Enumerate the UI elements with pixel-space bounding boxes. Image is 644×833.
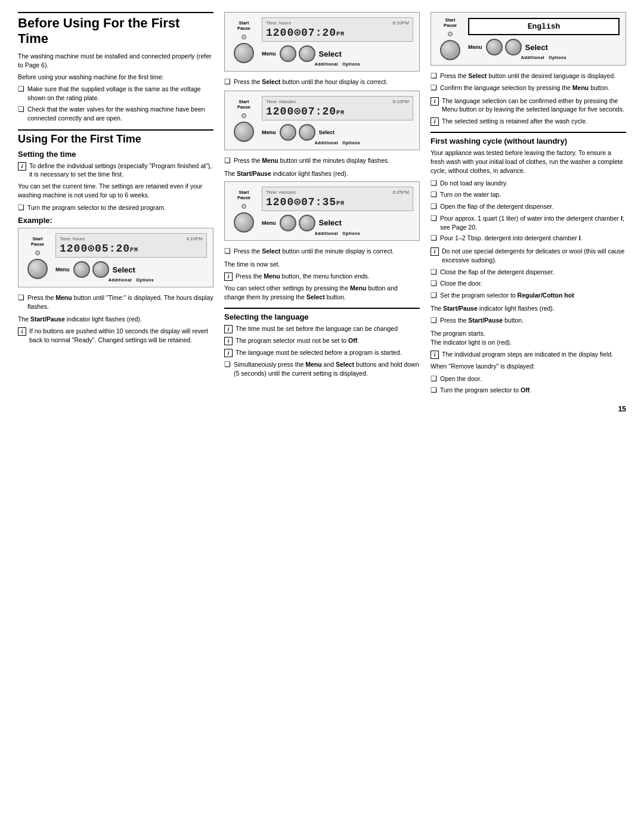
- list-item: Press the Select button until the hour d…: [224, 78, 420, 87]
- panel-buttons-group-4: [280, 215, 315, 231]
- checklist-end: Open the door. Turn the program selector…: [431, 374, 626, 396]
- list-item: Turn on the water tap.: [431, 190, 626, 200]
- start-pause-label-4: StartPause: [237, 190, 250, 200]
- list-item: Open the door.: [431, 374, 626, 384]
- display-main-2: 1200⊙07:20PM: [266, 26, 409, 39]
- menu-button-2: [280, 45, 296, 62]
- checklist-menu-minutes: Press the Menu button until the minutes …: [224, 156, 420, 166]
- info-icon-right-1: i: [431, 97, 439, 106]
- info-box-right-2: i The selected setting is retained after…: [431, 117, 626, 126]
- panel-buttons-group-3: [280, 124, 315, 141]
- panel-left-2: StartPause: [231, 20, 257, 63]
- big-button-3: [234, 122, 254, 142]
- display-pm-4: PM: [336, 200, 345, 207]
- menu-label-3: Menu: [262, 129, 276, 135]
- panel-buttons-group: [73, 261, 109, 278]
- display-pm-2: PM: [336, 31, 345, 38]
- info-box-lang-2: i The program selector must not be set t…: [224, 336, 420, 345]
- page-number: 15: [18, 405, 626, 413]
- panel-buttons-row-3: Menu Select: [262, 124, 413, 141]
- panel-left-4: StartPause: [231, 190, 257, 233]
- menu-button: [73, 261, 90, 278]
- list-item: Turn the program selector to Off.: [431, 386, 626, 395]
- checklist-lang: Simultaneously press the Menu and Select…: [224, 360, 420, 377]
- display-screen-2: Time: hours 6:10PM 1200⊙07:20PM: [262, 17, 413, 42]
- washer-panel-5: StartPause English Menu Select Additiona…: [431, 12, 626, 66]
- start-pause-label-3: StartPause: [237, 99, 250, 110]
- intro-para-2: Before using your washing machine for th…: [18, 73, 213, 82]
- list-item: Press the Select button until the desire…: [431, 72, 626, 81]
- checklist-first-wash-2: Close the flap of the detergent dispense…: [431, 268, 626, 301]
- additional-options-4: Additional Options: [262, 231, 413, 236]
- panel-buttons-row-5: Menu Select: [468, 39, 620, 55]
- time-value-4: 6:25PM: [392, 190, 409, 195]
- before-using-section: Before Using For the First Time The wash…: [18, 12, 213, 122]
- indicator-dot: [35, 250, 40, 255]
- menu-label: Menu: [55, 267, 70, 272]
- subtitle-example: Example:: [18, 216, 213, 225]
- washer-panel-2: StartPause Time: hours 6:10PM 1200⊙07:20…: [224, 12, 420, 72]
- intro-para-1: The washing machine must be installed an…: [18, 52, 213, 70]
- display-main-4: 1200⊙07:35PM: [266, 195, 409, 208]
- checklist-first-wash: Do not load any laundry. Turn on the wat…: [431, 179, 626, 244]
- time-label-4: Time: minutes: [266, 190, 296, 195]
- section-divider: [224, 308, 420, 309]
- display-top-line: Time: hours 4:10PM: [60, 236, 203, 241]
- using-first-time-section: Using For the First Time Setting the tim…: [18, 129, 213, 344]
- list-item: Close the door.: [431, 279, 626, 289]
- panel-right-2: Time: hours 6:10PM 1200⊙07:20PM Menu Sel…: [262, 17, 413, 66]
- select-label: Select: [113, 265, 135, 274]
- info-box-right-1: i The language selection can be confirme…: [431, 97, 626, 114]
- checklist-select-minute: Press the Select button until the minute…: [224, 247, 420, 256]
- para-first-wash: Your appliance was tested before leaving…: [431, 148, 626, 176]
- menu-label-4: Menu: [262, 220, 276, 226]
- list-item: Open the flap of the detergent dispenser…: [431, 202, 626, 212]
- display-top-3: Time: minutes 6:10PM: [266, 99, 409, 104]
- select-button-4: [299, 215, 315, 231]
- time-value: 4:10PM: [186, 236, 203, 241]
- big-button-4: [234, 212, 254, 233]
- start-pause-flash: The Start/Pause indicator light flashes …: [18, 315, 213, 324]
- para-time-1: You can set the current time. The settin…: [18, 182, 213, 200]
- list-item: Pour 1–2 Tbsp. detergent into detergent …: [431, 234, 626, 243]
- para-program-starts: The program starts.The indicator light i…: [431, 329, 626, 347]
- select-label-5: Select: [525, 43, 548, 52]
- title-using-first-time: Using For the First Time: [18, 129, 213, 146]
- info-icon-right-4: i: [431, 351, 439, 359]
- display-top-4: Time: minutes 6:25PM: [266, 190, 409, 195]
- para-start-pause-right: The Start/Pause indicator light flashes …: [431, 304, 626, 313]
- info-icon-right-2: i: [431, 117, 439, 126]
- time-label: Time: hours: [60, 236, 85, 241]
- panel-right-4: Time: minutes 6:25PM 1200⊙07:35PM Menu S…: [262, 187, 413, 236]
- checklist-right-1: Press the Select button until the desire…: [431, 72, 626, 93]
- info-box-lang-1: i The time must be set before the langua…: [224, 324, 420, 333]
- menu-button-4: [280, 215, 296, 231]
- subtitle-first-wash: First washing cycle (without laundry): [431, 137, 626, 145]
- panel-left-5: StartPause: [437, 17, 463, 60]
- big-button-5: [440, 40, 460, 60]
- info-box-2: i If no buttons are pushed within 10 sec…: [18, 327, 213, 344]
- para-remove-laundry: When "Remove laundry" is displayed:: [431, 362, 626, 371]
- menu-label-5: Menu: [468, 44, 482, 50]
- para-start-pause-2: The Start/Pause indicator light flashes …: [224, 169, 420, 178]
- right-column: StartPause English Menu Select Additiona…: [431, 12, 626, 399]
- list-item: Do not load any laundry.: [431, 179, 626, 188]
- list-item: Press the Menu button until "Time:" is d…: [18, 293, 213, 311]
- menu-label-2: Menu: [262, 51, 276, 57]
- list-item: Press the Start/Pause button.: [431, 316, 626, 326]
- panel-left-3: StartPause: [231, 99, 257, 142]
- list-item: Press the Menu button until the minutes …: [224, 156, 420, 166]
- checklist-time-1: Turn the program selector to the desired…: [18, 203, 213, 213]
- info-icon-lang-3: i: [224, 349, 233, 357]
- info-box-right-4: i The individual program steps are indic…: [431, 350, 626, 359]
- list-item: Make sure that the supplied voltage is t…: [18, 85, 213, 102]
- checklist-start-pause: Press the Start/Pause button.: [431, 316, 626, 326]
- display-main-3: 1200⊙07:20PM: [266, 104, 409, 117]
- para-select-settings: You can select other settings by pressin…: [224, 284, 420, 302]
- panel-buttons-group-5: [486, 39, 522, 55]
- additional-options-3: Additional Options: [262, 141, 413, 145]
- select-label-4: Select: [319, 218, 342, 227]
- display-pm-3: PM: [336, 110, 345, 116]
- list-item: Close the flap of the detergent dispense…: [431, 268, 626, 277]
- display-screen-3: Time: minutes 6:10PM 1200⊙07:20PM: [262, 96, 413, 120]
